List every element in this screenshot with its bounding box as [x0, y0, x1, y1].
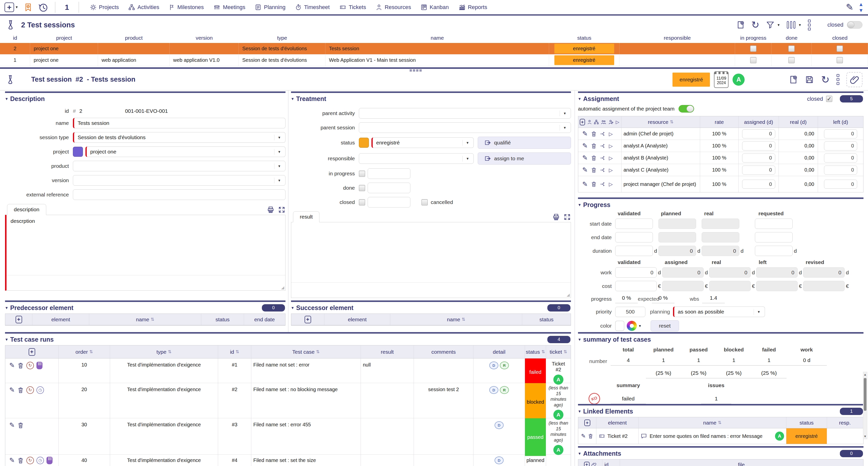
closed-checkbox[interactable]: [837, 45, 843, 52]
col-project[interactable]: project: [30, 35, 98, 41]
run-test-icon[interactable]: [26, 362, 34, 369]
priority-input[interactable]: 500: [615, 307, 645, 317]
edit-icon[interactable]: [582, 180, 588, 188]
expand-right-icon[interactable]: [616, 119, 619, 125]
run-test-icon[interactable]: [26, 457, 34, 464]
more-options-icon[interactable]: [837, 74, 839, 85]
save-icon[interactable]: [805, 75, 814, 84]
ticket-link[interactable]: Ticket #2: [550, 361, 567, 373]
edit-icon[interactable]: [581, 433, 586, 439]
description-textarea[interactable]: descrption: [5, 215, 285, 291]
col-name[interactable]: name: [326, 35, 549, 41]
auto-assignment-toggle[interactable]: [679, 105, 694, 113]
person-export-icon[interactable]: [609, 119, 614, 125]
detail-icon[interactable]: [609, 167, 613, 173]
transfer-icon[interactable]: [600, 167, 606, 173]
expand-icon[interactable]: [563, 213, 571, 221]
edit-icon[interactable]: [582, 166, 588, 174]
test-case-run-row[interactable]: 10 Test d'implémentation d'exigence #1 F…: [5, 359, 571, 383]
left-input[interactable]: 0: [824, 142, 857, 151]
col-id[interactable]: id: [0, 35, 30, 41]
done-checkbox[interactable]: [788, 57, 795, 63]
collapse-icon[interactable]: [291, 96, 294, 101]
clock-icon[interactable]: [36, 386, 44, 394]
add-attachment-button[interactable]: +: [584, 462, 590, 466]
linked-element-name[interactable]: Enter some quotes on filed names : error…: [650, 433, 763, 439]
description-tab[interactable]: description: [7, 204, 46, 215]
left-input[interactable]: 0: [824, 154, 857, 162]
edit-icon[interactable]: [582, 142, 588, 150]
left-input[interactable]: 0: [824, 180, 857, 189]
delete-icon[interactable]: [588, 433, 593, 439]
qualify-button[interactable]: qualifié: [478, 137, 571, 149]
result-bubble-icon[interactable]: R: [500, 386, 509, 394]
resize-handle-icon[interactable]: [567, 292, 570, 297]
run-test-icon[interactable]: [26, 386, 34, 394]
in-progress-checkbox[interactable]: [750, 57, 756, 63]
edit-icon[interactable]: [9, 362, 15, 369]
delete-icon[interactable]: [17, 362, 24, 369]
collapse-icon[interactable]: [579, 337, 581, 342]
col-closed[interactable]: closed: [812, 35, 868, 41]
closed-date-field[interactable]: [368, 197, 410, 208]
add-test-case-button[interactable]: +: [29, 348, 35, 356]
collapse-icon[interactable]: [579, 409, 581, 414]
test-case-run-row[interactable]: 40 Test d'implémentation d'exigence #4 F…: [5, 455, 571, 466]
refresh-icon[interactable]: [821, 74, 830, 85]
description-bubble-icon[interactable]: D: [495, 421, 504, 429]
transfer-icon[interactable]: [600, 181, 606, 187]
bookmark-icon[interactable]: [24, 2, 32, 12]
edit-pencil-icon[interactable]: [846, 2, 854, 12]
edit-icon[interactable]: [9, 386, 15, 394]
filter-button[interactable]: [766, 21, 780, 29]
edit-icon[interactable]: [9, 421, 15, 429]
column-splitter[interactable]: [575, 90, 575, 466]
detail-icon[interactable]: [609, 181, 613, 187]
menu-milestones[interactable]: Milestones: [169, 4, 204, 10]
collapse-icon[interactable]: [5, 305, 8, 311]
collapse-icon[interactable]: [291, 305, 294, 311]
result-bubble-icon[interactable]: R: [500, 362, 509, 369]
done-date-field[interactable]: [368, 183, 410, 193]
columns-button[interactable]: [787, 21, 802, 29]
new-item-icon[interactable]: [789, 75, 798, 85]
resize-handle-icon[interactable]: [281, 285, 284, 290]
print-icon[interactable]: [552, 213, 560, 221]
menu-resources[interactable]: Resources: [376, 4, 411, 10]
expand-icon[interactable]: [278, 206, 285, 214]
transfer-icon[interactable]: [600, 155, 606, 161]
col-product[interactable]: product: [98, 35, 169, 41]
collapse-expand-arrows[interactable]: [859, 2, 864, 12]
menu-projects[interactable]: Projects: [90, 4, 119, 10]
test-case-run-row[interactable]: 30 Test d'implémentation d'exigence #3 F…: [5, 418, 571, 455]
assign-to-me-button[interactable]: assign to me: [478, 153, 571, 164]
description-bubble-icon[interactable]: D: [489, 386, 498, 394]
collapse-icon[interactable]: [5, 96, 8, 101]
menu-tickets[interactable]: Tickets: [339, 4, 366, 10]
assignment-row[interactable]: analyst B (Analyste) 100 % 0 0,00 0: [578, 152, 863, 164]
transfer-icon[interactable]: [600, 143, 606, 149]
drag-hand-icon[interactable]: [36, 362, 42, 369]
responsible-select[interactable]: [359, 153, 474, 164]
duration-validated-field[interactable]: [615, 246, 653, 256]
collapse-icon[interactable]: [579, 96, 581, 101]
refresh-icon[interactable]: [751, 19, 760, 30]
collapse-icon[interactable]: [579, 202, 581, 208]
open-items-count[interactable]: 1: [62, 3, 72, 11]
delete-icon[interactable]: [17, 457, 24, 464]
menu-reports[interactable]: Reports: [458, 4, 487, 10]
left-input[interactable]: 0: [824, 129, 857, 138]
done-checkbox[interactable]: [359, 185, 365, 191]
attachment-dropzone[interactable]: [846, 72, 863, 87]
in-progress-checkbox[interactable]: [359, 170, 365, 177]
external-reference-field[interactable]: [73, 189, 285, 200]
create-button[interactable]: +: [4, 2, 18, 12]
planning-select[interactable]: as soon as possible: [673, 307, 765, 317]
start-validated-field[interactable]: [615, 219, 653, 229]
delete-icon[interactable]: [591, 143, 597, 149]
closed-filter-toggle[interactable]: [847, 21, 863, 29]
parent-session-select[interactable]: [359, 122, 571, 133]
team-icon[interactable]: [601, 119, 606, 125]
drag-hand-icon[interactable]: [46, 457, 53, 464]
detail-icon[interactable]: [609, 143, 613, 149]
